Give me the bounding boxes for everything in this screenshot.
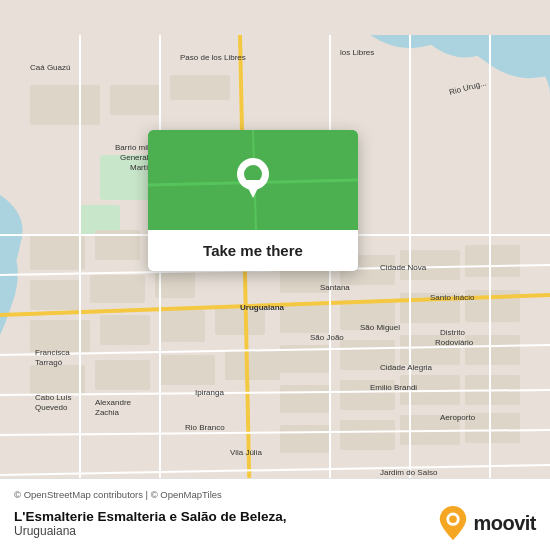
svg-text:Zachia: Zachia bbox=[95, 408, 120, 417]
svg-text:Santana: Santana bbox=[320, 283, 350, 292]
svg-rect-35 bbox=[280, 425, 330, 453]
svg-text:Aeroporto: Aeroporto bbox=[440, 413, 476, 422]
svg-text:Vila Júlia: Vila Júlia bbox=[230, 448, 262, 457]
svg-rect-9 bbox=[90, 275, 145, 303]
tooltip-map-preview bbox=[148, 130, 358, 230]
svg-text:São João: São João bbox=[310, 333, 344, 342]
svg-text:Tarragó: Tarragó bbox=[35, 358, 63, 367]
svg-text:Santo Inácio: Santo Inácio bbox=[430, 293, 475, 302]
svg-rect-4 bbox=[110, 85, 160, 115]
svg-text:Francisca: Francisca bbox=[35, 348, 70, 357]
svg-text:Cidade Nova: Cidade Nova bbox=[380, 263, 427, 272]
moovit-logo: moovit bbox=[439, 506, 536, 540]
svg-rect-15 bbox=[30, 365, 85, 395]
svg-text:los Libres: los Libres bbox=[340, 48, 374, 57]
svg-rect-30 bbox=[465, 335, 520, 365]
place-name: L'Esmalterie Esmalteria e Salão de Belez… bbox=[14, 509, 287, 524]
svg-rect-12 bbox=[100, 315, 150, 345]
svg-text:Jardim do Salso: Jardim do Salso bbox=[380, 468, 438, 477]
svg-rect-17 bbox=[160, 355, 215, 385]
svg-rect-3 bbox=[30, 85, 100, 125]
svg-text:Distrito: Distrito bbox=[440, 328, 465, 337]
attribution-text: © OpenStreetMap contributors | © OpenMap… bbox=[14, 489, 222, 500]
moovit-pin-icon bbox=[439, 506, 467, 540]
svg-rect-8 bbox=[30, 280, 80, 310]
svg-text:Paso de los Libres: Paso de los Libres bbox=[180, 53, 246, 62]
svg-rect-23 bbox=[280, 305, 330, 333]
svg-rect-22 bbox=[465, 245, 520, 277]
place-info-row: L'Esmalterie Esmalteria e Salão de Belez… bbox=[14, 506, 536, 540]
svg-rect-13 bbox=[160, 310, 205, 342]
svg-text:Caá Guazú: Caá Guazú bbox=[30, 63, 70, 72]
attribution-row: © OpenStreetMap contributors | © OpenMap… bbox=[14, 489, 536, 500]
svg-rect-36 bbox=[340, 420, 395, 450]
svg-rect-5 bbox=[170, 75, 230, 100]
bottom-bar: © OpenStreetMap contributors | © OpenMap… bbox=[0, 478, 550, 550]
take-me-there-button[interactable]: Take me there bbox=[148, 230, 358, 271]
svg-text:Rodoviário: Rodoviário bbox=[435, 338, 474, 347]
svg-text:Cabo Luís: Cabo Luís bbox=[35, 393, 71, 402]
svg-rect-6 bbox=[30, 235, 85, 270]
moovit-text-label: moovit bbox=[473, 512, 536, 535]
svg-rect-16 bbox=[95, 360, 150, 390]
svg-text:Cidade Alegria: Cidade Alegria bbox=[380, 363, 433, 372]
svg-rect-18 bbox=[225, 350, 280, 380]
place-text: L'Esmalterie Esmalteria e Salão de Belez… bbox=[14, 509, 287, 538]
svg-text:Rio Branco: Rio Branco bbox=[185, 423, 225, 432]
svg-rect-31 bbox=[280, 385, 330, 413]
svg-text:Emilio Brandi: Emilio Brandi bbox=[370, 383, 417, 392]
map-background: Caá Guazú Paso de los Libres los Libres … bbox=[0, 0, 550, 550]
svg-text:Uruguaiana: Uruguaiana bbox=[240, 303, 285, 312]
map-container: Caá Guazú Paso de los Libres los Libres … bbox=[0, 0, 550, 550]
svg-point-87 bbox=[450, 515, 458, 523]
svg-text:Quevedo: Quevedo bbox=[35, 403, 68, 412]
tooltip-card: Take me there bbox=[148, 130, 358, 271]
tooltip-map-svg bbox=[148, 130, 358, 230]
place-sub: Uruguaiana bbox=[14, 524, 287, 538]
svg-text:Alexandre: Alexandre bbox=[95, 398, 132, 407]
svg-text:Ipiranga: Ipiranga bbox=[195, 388, 224, 397]
svg-text:São Miguel: São Miguel bbox=[360, 323, 400, 332]
